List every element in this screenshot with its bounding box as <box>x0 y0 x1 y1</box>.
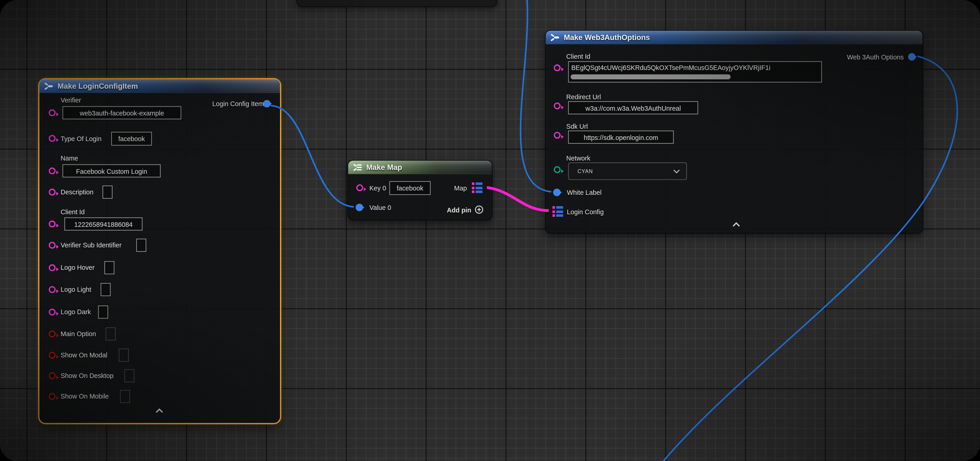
client-id-input[interactable]: 1222658941886084 <box>64 218 143 230</box>
blueprint-editor-stage: Make LoginConfigItem Login Config Item V… <box>0 0 980 461</box>
show-on-mobile-checkbox[interactable] <box>120 390 130 403</box>
type-of-login-input[interactable]: facebook <box>111 132 152 145</box>
input-pin-type-of-login[interactable] <box>49 135 56 142</box>
node-make-web3authoptions[interactable]: Make Web3AuthOptions Web 3Auth Options C… <box>545 30 923 234</box>
input-pin-show-on-desktop[interactable] <box>49 372 56 379</box>
pin-label-verifier: Verifier <box>60 96 81 104</box>
make-struct-icon <box>44 82 54 90</box>
input-pin-logo-dark[interactable] <box>49 309 56 316</box>
pin-label-type-of-login: Type Of Login <box>60 135 102 143</box>
pin-label-name: Name <box>60 154 78 162</box>
chevron-down-icon <box>673 169 680 173</box>
main-option-checkbox[interactable] <box>106 327 116 340</box>
input-pin-logo-light[interactable] <box>49 286 56 293</box>
offscreen-node-partial[interactable] <box>296 0 498 7</box>
input-pin-show-on-modal[interactable] <box>49 352 56 359</box>
pin-label-value-0: Value 0 <box>369 204 391 211</box>
pin-label-show-on-desktop: Show On Desktop <box>60 372 113 379</box>
pin-label-white-label: White Label <box>567 189 601 196</box>
pin-label-sdk-url: Sdk Url <box>566 122 588 130</box>
logo-dark-input[interactable] <box>98 305 108 318</box>
input-pin-value-0[interactable] <box>356 204 363 211</box>
input-pin-name[interactable] <box>49 167 56 174</box>
input-pin-network[interactable] <box>554 166 561 173</box>
collapse-node-button[interactable] <box>732 222 740 227</box>
pin-label-logo-dark: Logo Dark <box>60 308 91 316</box>
node-title: Make LoginConfigItem <box>57 82 138 90</box>
input-pin-main-option[interactable] <box>49 331 56 337</box>
node-header-make-loginconfigitem[interactable]: Make LoginConfigItem <box>39 79 280 93</box>
input-pin-login-config[interactable] <box>552 206 564 217</box>
make-struct-icon <box>550 33 560 41</box>
blueprint-graph-canvas[interactable]: Make LoginConfigItem Login Config Item V… <box>0 0 980 461</box>
pin-label-verifier-sub-identifier: Verifier Sub Identifier <box>60 241 121 249</box>
node-title: Make Web3AuthOptions <box>564 33 650 41</box>
input-pin-sdk-url[interactable] <box>554 132 561 138</box>
add-pin-button[interactable] <box>474 205 484 214</box>
pin-label-client-id: Client Id <box>566 52 590 60</box>
input-pin-white-label[interactable] <box>553 189 561 196</box>
network-dropdown[interactable]: CYAN <box>568 162 687 180</box>
pin-label-description: Description <box>60 188 94 196</box>
output-pin-label: Login Config Item <box>212 100 264 108</box>
output-pin-label: Web 3Auth Options <box>847 53 904 60</box>
wire-login-config-item-to-value-0[interactable] <box>270 106 354 207</box>
input-pin-key-0[interactable] <box>356 184 363 191</box>
node-header-make-web3authoptions[interactable]: Make Web3AuthOptions <box>546 31 922 45</box>
input-pin-client-id[interactable] <box>49 221 56 227</box>
pin-label-logo-hover: Logo Hover <box>60 264 94 271</box>
collapse-node-button[interactable] <box>155 408 164 414</box>
input-pin-logo-hover[interactable] <box>49 264 56 271</box>
wire-map-to-login-config[interactable] <box>487 188 549 211</box>
add-pin-label: Add pin <box>447 206 471 214</box>
input-pin-redirect-url[interactable] <box>554 102 561 109</box>
make-map-icon <box>353 163 363 171</box>
name-input[interactable]: Facebook Custom Login <box>62 164 161 178</box>
verifier-sub-identifier-input[interactable] <box>136 239 146 252</box>
logo-hover-input[interactable] <box>104 261 115 274</box>
network-dropdown-value: CYAN <box>578 168 593 174</box>
pin-label-login-config: Login Config <box>567 208 604 216</box>
pin-label-key-0: Key 0 <box>369 184 386 192</box>
pin-label-network: Network <box>566 154 590 162</box>
output-pin-label-map: Map <box>454 184 467 192</box>
input-pin-verifier[interactable] <box>49 109 56 116</box>
pin-label-redirect-url: Redirect Url <box>566 93 601 101</box>
node-make-map[interactable]: Make Map Key 0 facebook Map Value 0 Add … <box>347 160 493 221</box>
show-on-modal-checkbox[interactable] <box>119 349 129 362</box>
pin-label-client-id: Client Id <box>60 208 84 216</box>
pin-label-logo-light: Logo Light <box>60 286 91 293</box>
input-pin-description[interactable] <box>49 189 56 196</box>
show-on-desktop-checkbox[interactable] <box>124 369 135 382</box>
node-header-make-map[interactable]: Make Map <box>348 161 492 174</box>
output-pin-map[interactable] <box>472 183 483 193</box>
node-make-loginconfigitem[interactable]: Make LoginConfigItem Login Config Item V… <box>39 79 280 423</box>
input-pin-verifier-sub-identifier[interactable] <box>49 242 56 248</box>
pin-label-show-on-modal: Show On Modal <box>60 351 107 359</box>
input-pin-show-on-mobile[interactable] <box>49 393 56 400</box>
verifier-input[interactable]: web3auth-facebook-example <box>62 106 181 119</box>
output-pin-web3auth-options[interactable] <box>908 53 916 60</box>
sdk-url-input[interactable]: https://sdk.openlogin.com <box>568 130 674 144</box>
logo-light-input[interactable] <box>101 283 111 296</box>
redirect-url-input[interactable]: w3a://com.w3a.Web3AuthUnreal <box>568 101 698 114</box>
input-pin-client-id[interactable] <box>554 64 561 71</box>
node-title: Make Map <box>366 163 402 172</box>
pin-label-show-on-mobile: Show On Mobile <box>60 393 109 400</box>
description-input[interactable] <box>102 186 113 199</box>
output-pin-login-config-item[interactable] <box>263 100 270 108</box>
client-id-scrollbar[interactable] <box>571 74 730 79</box>
pin-label-main-option: Main Option <box>60 330 96 337</box>
key-0-input[interactable]: facebook <box>389 181 431 195</box>
